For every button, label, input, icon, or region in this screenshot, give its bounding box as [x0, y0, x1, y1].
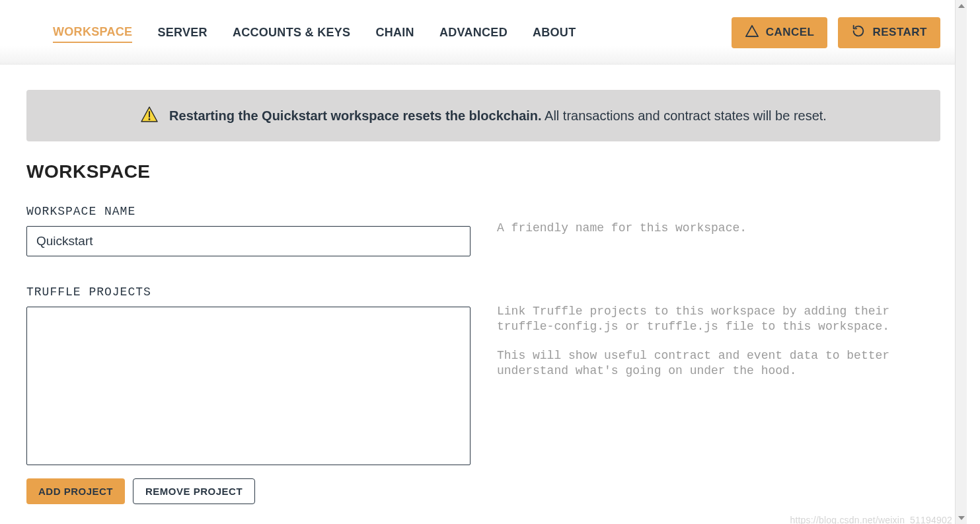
page-title: WORKSPACE — [26, 161, 940, 182]
watermark-text: https://blog.csdn.net/weixin_51194902 — [790, 515, 952, 524]
cancel-button-label: CANCEL — [766, 26, 815, 39]
tab-advanced[interactable]: ADVANCED — [439, 23, 508, 42]
restart-button-label: RESTART — [872, 26, 927, 39]
truffle-projects-helper: Link Truffle projects to this workspace … — [497, 304, 940, 379]
warning-triangle-icon — [745, 24, 759, 41]
tab-chain[interactable]: CHAIN — [375, 23, 414, 42]
truffle-projects-list[interactable] — [26, 307, 471, 465]
vertical-scrollbar[interactable] — [955, 0, 967, 524]
header-actions: CANCEL RESTART — [732, 17, 940, 48]
scroll-down-arrow-icon[interactable] — [956, 512, 967, 524]
tab-workspace[interactable]: WORKSPACE — [53, 22, 132, 43]
notice-bold: Restarting the Quickstart workspace rese… — [169, 108, 542, 123]
tab-accounts-keys[interactable]: ACCOUNTS & KEYS — [233, 23, 351, 42]
notice-rest: All transactions and contract states wil… — [542, 108, 827, 123]
settings-header: WORKSPACE SERVER ACCOUNTS & KEYS CHAIN A… — [0, 0, 967, 65]
add-project-button[interactable]: ADD PROJECT — [26, 478, 125, 504]
tab-server[interactable]: SERVER — [157, 23, 207, 42]
workspace-name-row: WORKSPACE NAME A friendly name for this … — [26, 205, 940, 256]
truffle-projects-row: TRUFFLE PROJECTS ADD PROJECT REMOVE PROJ… — [26, 285, 940, 504]
notice-text: Restarting the Quickstart workspace rese… — [169, 108, 827, 124]
svg-point-2 — [149, 118, 151, 120]
tab-about[interactable]: ABOUT — [533, 23, 576, 42]
restart-button[interactable]: RESTART — [838, 17, 940, 48]
scroll-up-arrow-icon[interactable] — [956, 0, 967, 12]
truffle-projects-label: TRUFFLE PROJECTS — [26, 285, 471, 299]
workspace-name-label: WORKSPACE NAME — [26, 205, 471, 218]
truffle-helper-2: This will show useful contract and event… — [497, 348, 940, 379]
restart-notice: Restarting the Quickstart workspace rese… — [26, 90, 940, 141]
settings-tabs: WORKSPACE SERVER ACCOUNTS & KEYS CHAIN A… — [53, 22, 576, 43]
truffle-helper-1: Link Truffle projects to this workspace … — [497, 304, 940, 335]
cancel-button[interactable]: CANCEL — [732, 17, 828, 48]
project-buttons: ADD PROJECT REMOVE PROJECT — [26, 478, 471, 504]
workspace-name-helper: A friendly name for this workspace. — [497, 221, 940, 236]
content-area: Restarting the Quickstart workspace rese… — [0, 65, 967, 524]
workspace-name-input[interactable] — [26, 226, 471, 256]
restart-icon — [851, 24, 866, 42]
warning-icon — [140, 106, 159, 126]
remove-project-button[interactable]: REMOVE PROJECT — [133, 478, 255, 504]
